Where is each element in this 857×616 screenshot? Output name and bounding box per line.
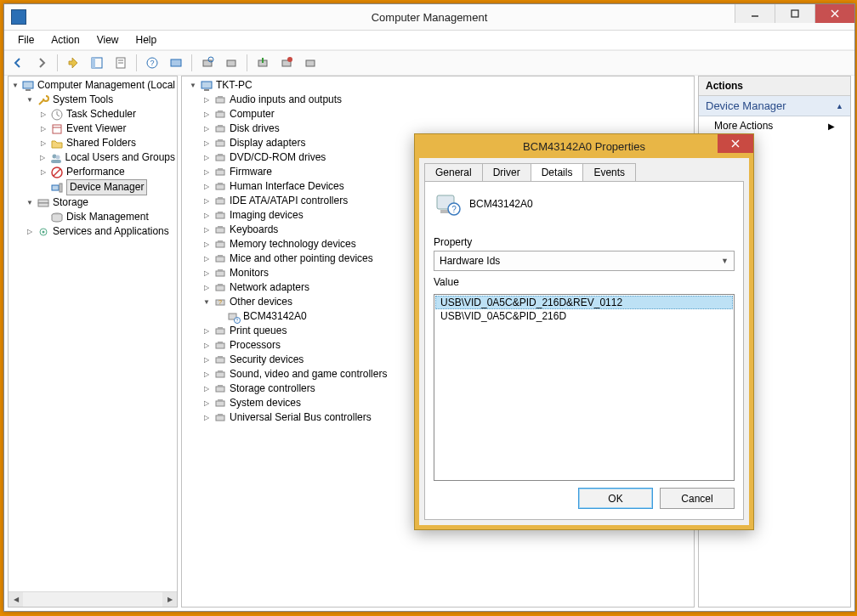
event-icon (50, 122, 64, 136)
svg-rect-56 (216, 228, 224, 233)
svg-rect-58 (216, 242, 224, 247)
list-item[interactable]: USB\VID_0A5C&PID_216D&REV_0112 (435, 296, 733, 309)
device-category[interactable]: ▷Audio inputs and outputs (201, 93, 694, 107)
close-button[interactable] (814, 4, 854, 23)
toolbar-icon[interactable] (221, 53, 241, 73)
chevron-right-icon[interactable]: ▷ (202, 269, 211, 278)
tree-task-scheduler[interactable]: ▷Task Scheduler (37, 107, 177, 122)
chevron-right-icon[interactable]: ▷ (39, 154, 47, 162)
up-button[interactable] (63, 53, 83, 73)
update-driver-button[interactable] (253, 53, 273, 73)
tree-disk-management[interactable]: ▷Disk Management (37, 210, 177, 224)
chevron-right-icon[interactable]: ▷ (202, 284, 211, 292)
chevron-right-icon[interactable]: ▷ (39, 168, 48, 177)
chevron-right-icon[interactable]: ▷ (202, 154, 211, 162)
device-root[interactable]: ▼ TKT-PC (187, 78, 694, 93)
actions-group[interactable]: Device Manager ▲ (699, 96, 850, 116)
svg-rect-29 (52, 185, 59, 190)
chevron-down-icon[interactable]: ▼ (189, 82, 197, 90)
chevron-right-icon[interactable]: ▷ (39, 139, 48, 148)
tree-root[interactable]: ▼ Computer Management (Local (10, 78, 177, 93)
tree-services[interactable]: ▷ Services and Applications (24, 224, 177, 239)
tree-device-manager[interactable]: ▷Device Manager (37, 179, 177, 195)
minimize-button[interactable] (735, 4, 775, 23)
chevron-right-icon[interactable]: ▷ (202, 342, 211, 350)
help-button[interactable]: ? (142, 53, 162, 73)
app-icon (11, 9, 26, 25)
tree-storage[interactable]: ▼ Storage (24, 195, 177, 210)
tab-driver[interactable]: Driver (482, 163, 531, 181)
disable-button[interactable] (300, 53, 321, 73)
chevron-right-icon[interactable]: ▷ (202, 385, 211, 393)
menu-view[interactable]: View (88, 32, 128, 48)
chevron-right-icon[interactable]: ▷ (202, 96, 211, 105)
chevron-right-icon[interactable]: ▷ (202, 212, 211, 220)
window-title: Computer Management (4, 11, 854, 24)
chevron-down-icon[interactable]: ▼ (26, 96, 34, 105)
console-tree[interactable]: ▼ Computer Management (Local ▼ System To… (9, 76, 177, 240)
tree-event-viewer[interactable]: ▷Event Viewer (37, 122, 177, 136)
more-actions-link[interactable]: More Actions ▶ (699, 116, 850, 135)
chevron-right-icon[interactable]: ▷ (202, 183, 211, 191)
chevron-right-icon[interactable]: ▷ (202, 240, 211, 249)
dialog-tab-body: ? BCM43142A0 Property Hardware Ids ▼ Val… (424, 181, 744, 520)
tab-events[interactable]: Events (582, 163, 636, 181)
chevron-right-icon[interactable]: ▷ (202, 168, 211, 177)
chevron-right-icon[interactable]: ▷ (202, 197, 211, 206)
properties-button[interactable] (111, 53, 131, 73)
tab-general[interactable]: General (424, 163, 483, 181)
tree-shared-folders[interactable]: ▷Shared Folders (37, 136, 177, 150)
chevron-right-icon[interactable]: ▷ (202, 139, 211, 148)
svg-rect-79 (216, 387, 224, 392)
chevron-right-icon[interactable]: ▷ (202, 399, 211, 408)
chevron-right-icon[interactable]: ▷ (202, 356, 211, 365)
dialog-close-button[interactable] (718, 134, 753, 153)
scan-hardware-button[interactable] (197, 53, 218, 73)
toolbar: ? (4, 50, 854, 76)
value-listbox[interactable]: USB\VID_0A5C&PID_216D&REV_0112 USB\VID_0… (434, 294, 735, 481)
svg-rect-53 (218, 197, 223, 199)
tab-details[interactable]: Details (531, 163, 584, 181)
tree-performance[interactable]: ▷Performance (37, 165, 177, 179)
chevron-right-icon[interactable]: ▷ (202, 370, 211, 379)
menu-help[interactable]: Help (128, 32, 166, 48)
tree-system-tools[interactable]: ▼ System Tools (24, 93, 177, 107)
chevron-right-icon[interactable]: ▷ (202, 327, 211, 336)
scroll-left-button[interactable]: ◀ (9, 592, 23, 607)
back-button[interactable] (8, 53, 28, 73)
horizontal-scrollbar[interactable]: ◀ ▶ (9, 591, 177, 607)
chevron-down-icon[interactable]: ▼ (202, 298, 211, 307)
cancel-button[interactable]: Cancel (660, 488, 735, 509)
maximize-button[interactable] (775, 4, 814, 23)
menu-action[interactable]: Action (43, 32, 88, 48)
svg-point-17 (287, 57, 292, 62)
chevron-right-icon[interactable]: ▷ (202, 414, 211, 422)
svg-rect-43 (218, 125, 223, 127)
menu-file[interactable]: File (9, 32, 43, 48)
svg-text:?: ? (150, 59, 154, 67)
chevron-down-icon[interactable]: ▼ (12, 82, 19, 90)
ok-button[interactable]: OK (578, 488, 653, 509)
forward-button[interactable] (31, 53, 52, 73)
chevron-right-icon[interactable]: ▷ (26, 228, 34, 236)
svg-rect-83 (216, 415, 224, 421)
svg-rect-62 (216, 271, 224, 276)
chevron-right-icon[interactable]: ▷ (39, 110, 48, 119)
chevron-right-icon[interactable]: ▷ (39, 125, 48, 133)
uninstall-button[interactable] (276, 53, 297, 73)
scroll-right-button[interactable]: ▶ (162, 592, 177, 607)
chevron-down-icon[interactable]: ▼ (26, 199, 34, 207)
tree-local-users[interactable]: ▷Local Users and Groups (37, 150, 177, 165)
device-category-icon (213, 397, 227, 410)
dialog-title-bar[interactable]: BCM43142A0 Properties (415, 134, 753, 158)
list-item[interactable]: USB\VID_0A5C&PID_216D (435, 309, 733, 323)
chevron-right-icon[interactable]: ▷ (202, 125, 211, 133)
chevron-right-icon[interactable]: ▷ (202, 226, 211, 235)
property-dropdown[interactable]: Hardware Ids ▼ (434, 251, 735, 271)
toolbar-icon[interactable] (166, 53, 186, 73)
chevron-right-icon[interactable]: ▷ (202, 255, 211, 263)
chevron-right-icon[interactable]: ▷ (202, 110, 211, 119)
title-bar[interactable]: Computer Management (4, 4, 854, 31)
show-tree-button[interactable] (87, 53, 107, 73)
device-category[interactable]: ▷Computer (201, 107, 694, 122)
